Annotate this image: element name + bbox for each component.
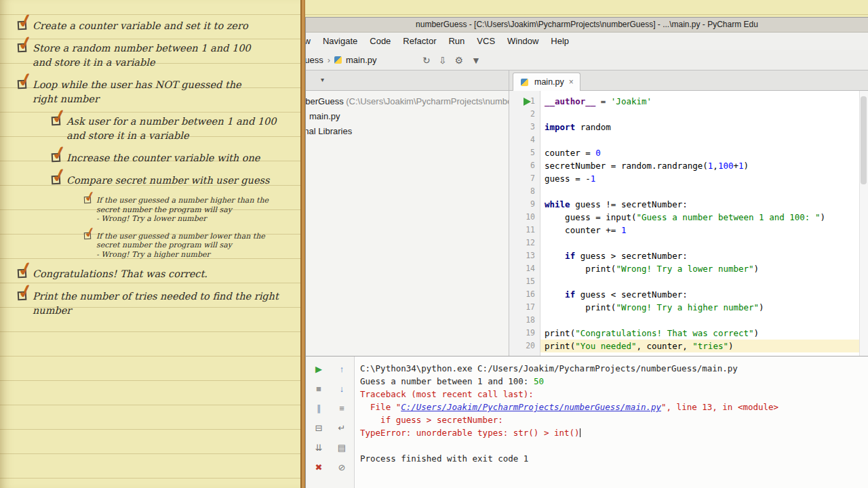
code-line[interactable]: 7guess = -1 (509, 172, 859, 185)
checklist-item: ✓Loop while the user has NOT guessed the… (18, 78, 300, 106)
down-stack-trace-button[interactable]: ↓ (336, 383, 348, 395)
stop-button[interactable]: ■ (313, 383, 325, 395)
rerun-button[interactable]: ▶ (313, 363, 325, 375)
line-number[interactable]: 4 (509, 134, 540, 146)
code-line[interactable]: 14 print("Wrong! Try a lower number") (509, 262, 859, 275)
code-line[interactable]: 19print("Congratulations! That was corre… (509, 327, 859, 340)
code-line[interactable]: 4 (509, 134, 859, 146)
code-line[interactable]: 5counter = 0 (509, 146, 859, 159)
line-number[interactable]: 10 (509, 211, 540, 224)
code-area[interactable]: 1__author__ = 'Joakim'23import random45c… (509, 95, 859, 352)
menu-item-vcs[interactable]: VCS (471, 33, 501, 50)
checkbox-checked-icon: ✓ (18, 43, 33, 70)
checklist-item: ✓If the user guessed a number higher tha… (84, 196, 300, 224)
code-line[interactable]: 9while guess != secretNumber: (509, 198, 859, 211)
menu-item-help[interactable]: Help (545, 33, 575, 50)
code-line[interactable]: 2 (509, 108, 859, 121)
code-line[interactable]: 10 guess = input("Guess a number between… (509, 211, 859, 224)
checkbox-checked-icon: ✓ (52, 117, 66, 143)
code-line[interactable]: 18 (509, 314, 859, 327)
close-icon[interactable]: × (569, 77, 574, 87)
checklist-item: ✓Store a random number between 1 and 100… (18, 41, 300, 70)
line-number[interactable]: 16 (509, 288, 540, 301)
menu-item-view[interactable]: View (306, 33, 317, 50)
external-libraries-node[interactable]: External Libraries (306, 124, 509, 139)
line-number[interactable]: 11 (509, 224, 540, 237)
menu-item-run[interactable]: Run (442, 33, 471, 50)
menu-bar: ViewNavigateCodeRefactorRunVCSWindowHelp (306, 33, 868, 50)
code-line[interactable]: 11 counter += 1 (509, 224, 859, 237)
notepad: ✓Create a counter variable and set it to… (0, 0, 300, 488)
settings-gear-icon[interactable]: ⚙ (454, 55, 463, 66)
line-number[interactable]: 6 (509, 159, 540, 172)
checklist-item: ✓If the user guessed a number lower than… (84, 232, 300, 260)
code-line[interactable]: 1__author__ = 'Joakim' (509, 95, 859, 108)
title-bar: numberGuess - [C:\Users\Joakim\PycharmPr… (306, 18, 868, 33)
project-panel: numberGuess (C:\Users\Joakim\PycharmProj… (306, 91, 509, 356)
stacktrace-link[interactable]: C:/Users/Joakim/PycharmProjects/numberGu… (401, 402, 661, 412)
python-file-icon (521, 79, 528, 86)
scrollbar-thumb[interactable] (861, 96, 867, 184)
line-number[interactable]: 12 (509, 237, 540, 249)
line-number[interactable]: 17 (509, 301, 540, 314)
code-line[interactable]: 8 (509, 185, 859, 198)
pin-tab-button[interactable]: ⇊ (313, 442, 325, 454)
editor[interactable]: 1__author__ = 'Joakim'23import random45c… (509, 91, 868, 356)
code-line[interactable]: 20print("You needed", counter, "tries") (509, 340, 859, 352)
console-line: File "C:/Users/Joakim/PycharmProjects/nu… (360, 401, 868, 413)
breadcrumb-project[interactable]: numberGuess (306, 50, 325, 70)
checklist-item: ✓Congratulations! That was correct. (18, 267, 300, 281)
checklist-item-text: Print the number of tries needed to find… (33, 289, 300, 318)
editor-scrollbar[interactable] (859, 91, 868, 356)
menu-item-navigate[interactable]: Navigate (317, 33, 363, 50)
code-line[interactable]: 12 (509, 237, 859, 249)
checkmark-icon: ✓ (16, 281, 35, 302)
console-line (360, 439, 868, 452)
code-line[interactable]: 13 if guess > secretNumber: (509, 249, 859, 262)
console-settings-button[interactable]: ≡ (336, 403, 348, 415)
print-button[interactable]: ▤ (336, 442, 348, 454)
checkmark-icon: ✓ (16, 258, 35, 279)
line-number[interactable]: 18 (509, 314, 540, 327)
collapse-icon[interactable]: ⇩ (439, 55, 447, 66)
menu-item-window[interactable]: Window (501, 33, 545, 50)
checklist-item-text: Loop while the user has NOT guessed ther… (33, 78, 241, 106)
code-line[interactable]: 16 if guess < secretNumber: (509, 288, 859, 301)
filter-icon[interactable]: ▼ (471, 55, 481, 66)
tab-main-py[interactable]: main.py × (513, 73, 580, 91)
console-output[interactable]: C:\Python34\python.exe C:/Users/Joakim/P… (355, 357, 868, 488)
line-number[interactable]: 8 (509, 185, 540, 198)
line-number[interactable]: 20 (509, 340, 540, 352)
line-number[interactable]: 9 (509, 198, 540, 211)
menu-item-refactor[interactable]: Refactor (397, 33, 442, 50)
project-root-node[interactable]: numberGuess (C:\Users\Joakim\PycharmProj… (306, 94, 509, 109)
code-line[interactable]: 6secretNumber = random.randrange(1,100+1… (509, 159, 859, 172)
line-number[interactable]: 5 (509, 146, 540, 159)
code-line[interactable]: 15 (509, 275, 859, 288)
pause-output-button[interactable]: ∥ (313, 403, 325, 415)
restore-layout-button[interactable]: ⊟ (313, 422, 325, 434)
breadcrumb-file[interactable]: main.py (344, 50, 378, 70)
line-number[interactable]: 14 (509, 262, 540, 275)
close-button[interactable]: ✖ (313, 462, 325, 474)
line-number[interactable]: 15 (509, 275, 540, 288)
project-file-node[interactable]: main.py (309, 109, 509, 124)
line-number[interactable]: 19 (509, 327, 540, 340)
clear-all-button[interactable]: ⊘ (336, 462, 348, 474)
menu-item-code[interactable]: Code (363, 33, 397, 50)
line-number[interactable]: 1 (509, 95, 540, 108)
refresh-icon[interactable]: ↻ (422, 55, 431, 66)
chevron-down-icon[interactable]: ▾ (321, 76, 324, 83)
tab-label: main.py (534, 77, 564, 87)
code-line[interactable]: 17 print("Wrong! Try a higher number") (509, 301, 859, 314)
line-number[interactable]: 7 (509, 172, 540, 185)
line-number[interactable]: 3 (509, 121, 540, 134)
console-toolbar: ▶■∥⊟⇊✖ ↑↓≡↵▤⊘ (306, 357, 355, 488)
line-number[interactable]: 13 (509, 249, 540, 262)
console-line: TypeError: unorderable types: str() > in… (360, 426, 868, 439)
line-number[interactable]: 2 (509, 108, 540, 121)
soft-wrap-button[interactable]: ↵ (336, 422, 348, 434)
project-root-name: numberGuess (306, 96, 344, 106)
code-line[interactable]: 3import random (509, 121, 859, 134)
up-stack-trace-button[interactable]: ↑ (336, 363, 348, 375)
